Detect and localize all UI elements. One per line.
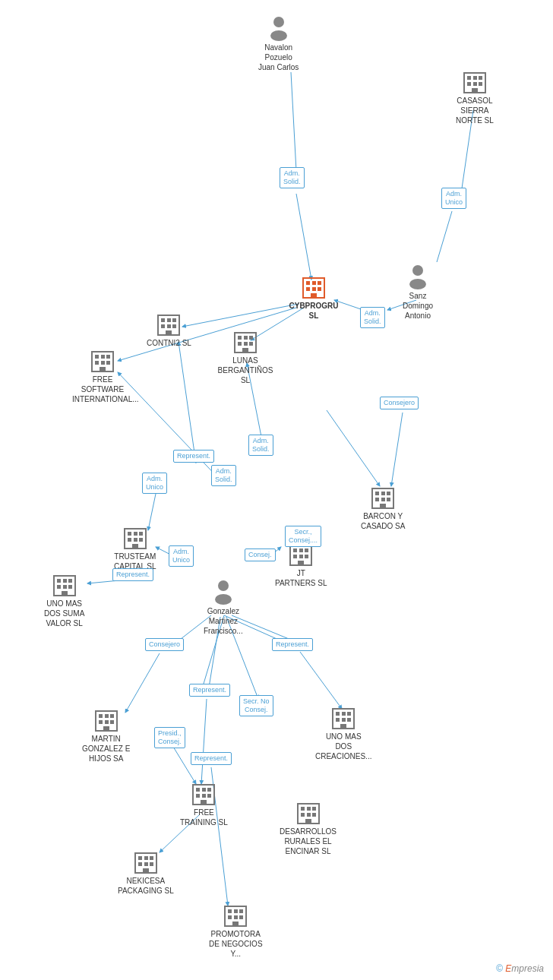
node-nekicesa: NEKICESAPACKAGING SL <box>118 847 174 896</box>
badge-label-consejero-jt: Consej. <box>245 548 276 561</box>
svg-rect-113 <box>99 720 103 724</box>
svg-rect-146 <box>144 862 148 866</box>
badge-adm-unico-trusteam2: Adm.Unico <box>169 545 194 567</box>
building-icon-contni2 <box>155 309 182 337</box>
badge-consejero-jt: Consej. <box>245 548 276 561</box>
svg-rect-85 <box>134 532 137 536</box>
node-sanz: SanzDomingoAntonio <box>403 262 433 321</box>
node-jt-partners: JTPARTNERS SL <box>275 539 327 588</box>
svg-rect-132 <box>201 800 207 805</box>
svg-line-17 <box>125 653 160 713</box>
badge-consejero-barcon: Consejero <box>380 397 419 409</box>
badge-adm-solid-1: Adm.Solid. <box>280 167 305 188</box>
svg-line-13 <box>118 372 220 480</box>
node-uno-mas-dos: UNO MASDOS SUMAVALOR SL <box>44 570 84 628</box>
label-gonzalez: GonzalezMartinezFrancisco... <box>204 606 243 636</box>
badge-label-adm-unico-trusteam2: Adm.Unico <box>169 545 194 567</box>
svg-rect-37 <box>467 82 471 86</box>
svg-rect-98 <box>298 561 304 565</box>
badge-represent-4: Represent. <box>191 752 232 765</box>
label-promotora: PROMOTORADE NEGOCIOSY... <box>209 929 263 959</box>
badge-represent-contni2: Represent. <box>173 450 214 463</box>
svg-rect-58 <box>166 330 172 335</box>
svg-rect-122 <box>342 718 346 722</box>
svg-rect-151 <box>234 909 238 913</box>
svg-rect-35 <box>473 76 477 80</box>
svg-rect-148 <box>143 868 149 873</box>
svg-rect-64 <box>244 342 248 346</box>
building-icon-barcon <box>369 482 397 510</box>
svg-rect-53 <box>167 318 171 322</box>
svg-rect-126 <box>196 788 200 792</box>
svg-rect-87 <box>128 538 131 542</box>
node-uno-mas-dos-creaciones: UNO MASDOSCREACIONES... <box>315 703 371 761</box>
svg-rect-34 <box>467 76 471 80</box>
svg-rect-60 <box>238 336 242 340</box>
svg-rect-39 <box>479 82 482 86</box>
person-icon-gonzalez <box>210 577 237 605</box>
label-martin: MARTINGONZALEZ EHIJOS SA <box>82 734 130 763</box>
svg-rect-104 <box>63 585 67 589</box>
building-icon-free-software <box>89 346 116 373</box>
svg-rect-139 <box>312 813 316 817</box>
label-jt-partners: JTPARTNERS SL <box>275 568 327 588</box>
svg-rect-116 <box>103 726 109 731</box>
svg-rect-69 <box>101 355 105 359</box>
svg-rect-81 <box>387 498 390 501</box>
badge-label-adm-unico-trusteam: Adm.Unico <box>142 473 167 494</box>
svg-rect-57 <box>172 324 176 328</box>
badge-label-represent-uno: Represent. <box>112 568 153 581</box>
badge-label-secr-consej-jt: Secr.,Consej.... <box>285 526 321 547</box>
svg-rect-102 <box>68 579 72 583</box>
building-icon-cybprogru <box>300 272 327 299</box>
badge-secr-no-consej: Secr. NoConsej. <box>239 695 273 716</box>
svg-rect-120 <box>347 712 351 716</box>
node-navalon: NavalonPozueloJuan Carlos <box>258 14 299 72</box>
badge-represent-uno: Represent. <box>112 568 153 581</box>
building-icon-casasol <box>461 67 488 94</box>
label-barcon: BARCON YCASADO SA <box>361 511 405 531</box>
label-free-software: FREESOFTWAREINTERNATIONAL... <box>72 375 133 404</box>
building-icon-free-training <box>190 779 217 806</box>
person-icon-navalon <box>265 14 292 41</box>
node-free-training: FREETRAINING SL <box>180 779 228 827</box>
badge-label-represent-4: Represent. <box>191 752 232 765</box>
person-icon-sanz <box>404 262 431 289</box>
svg-rect-77 <box>381 492 385 495</box>
svg-line-10 <box>179 342 196 463</box>
svg-rect-137 <box>301 813 305 817</box>
badge-represent-3: Represent. <box>189 684 230 697</box>
building-icon-desarrollos <box>295 798 322 825</box>
node-promotora: PROMOTORADE NEGOCIOSY... <box>209 900 263 959</box>
building-icon-creaciones <box>330 703 357 730</box>
svg-rect-140 <box>305 819 311 824</box>
svg-point-32 <box>270 30 287 41</box>
node-contni2: CONTNI2 SL <box>147 309 191 348</box>
svg-rect-72 <box>101 361 105 365</box>
svg-rect-106 <box>62 591 68 596</box>
svg-rect-131 <box>207 794 211 798</box>
svg-rect-100 <box>57 579 61 583</box>
badge-adm-unico-trusteam: Adm.Unico <box>142 473 167 494</box>
svg-rect-54 <box>172 318 176 322</box>
label-uno-mas-dos: UNO MASDOS SUMAVALOR SL <box>44 599 84 628</box>
svg-rect-145 <box>138 862 142 866</box>
svg-rect-44 <box>318 281 321 285</box>
svg-rect-142 <box>138 856 142 860</box>
svg-line-3 <box>437 211 452 262</box>
svg-rect-88 <box>134 538 137 542</box>
svg-line-19 <box>300 652 342 709</box>
label-contni2: CONTNI2 SL <box>147 338 191 348</box>
svg-rect-93 <box>299 548 303 552</box>
building-icon-nekicesa <box>132 847 160 874</box>
badge-label-represent-contni2: Represent. <box>173 450 214 463</box>
svg-line-7 <box>182 304 299 327</box>
svg-rect-121 <box>336 718 340 722</box>
label-desarrollos: DESARROLLOSRURALES ELENCINAR SL <box>280 827 337 856</box>
svg-rect-118 <box>336 712 340 716</box>
svg-rect-147 <box>150 862 153 866</box>
label-navalon: NavalonPozueloJuan Carlos <box>258 43 299 72</box>
node-casasol: CASASOLSIERRANORTE SL <box>456 67 494 125</box>
svg-point-107 <box>218 580 229 591</box>
svg-rect-46 <box>312 287 316 291</box>
